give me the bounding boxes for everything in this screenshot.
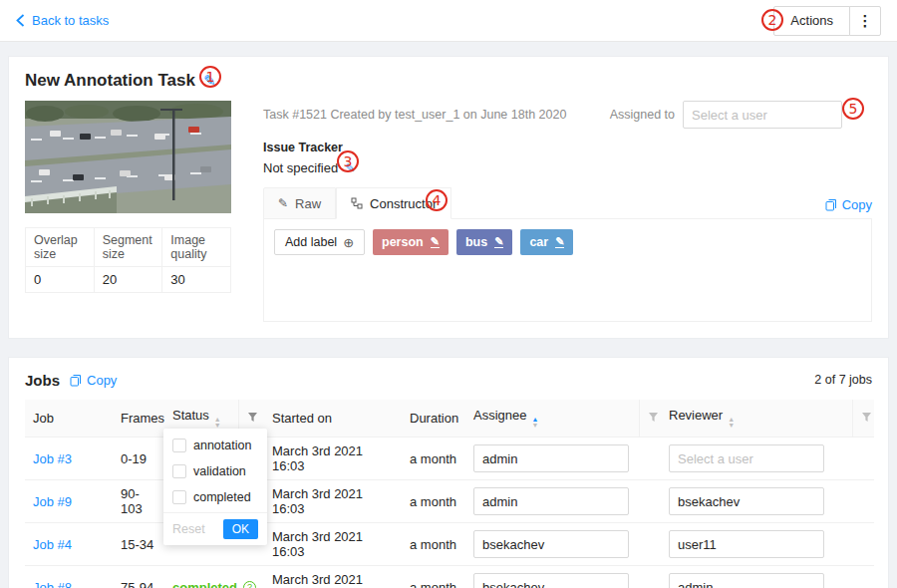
- sort-icon[interactable]: ▲▼: [531, 417, 538, 429]
- param-value-quality: 30: [162, 267, 231, 293]
- constructor-icon: [351, 197, 363, 209]
- filter-reset-button[interactable]: Reset: [172, 522, 205, 536]
- annotation-marker-4: 4: [426, 189, 448, 211]
- issue-tracker-value: Not specified: [263, 160, 338, 175]
- job-duration: a month: [402, 480, 465, 523]
- filter-option-annotation[interactable]: annotation: [163, 433, 267, 458]
- job-frames: 75-94: [113, 566, 164, 588]
- back-label: Back to tasks: [32, 13, 109, 28]
- status-help-icon[interactable]: ?: [243, 581, 256, 588]
- job-reviewer-select[interactable]: [669, 487, 824, 515]
- task-assignee-select[interactable]: [683, 101, 842, 129]
- task-meta-row: Task #1521 Created by test_user_1 on Jun…: [263, 101, 872, 129]
- edit-label-icon[interactable]: ✎: [494, 236, 503, 248]
- jobs-card: Jobs Copy 2 of 7 jobs Job Frames Status▲…: [8, 357, 889, 588]
- job-duration: a month: [402, 523, 465, 566]
- job-reviewer-select[interactable]: [669, 444, 824, 472]
- actions-button[interactable]: Actions: [773, 6, 850, 36]
- label-tag-person[interactable]: person ✎: [373, 229, 448, 255]
- copy-jobs-link[interactable]: Copy: [70, 373, 117, 388]
- tab-raw[interactable]: ✎ Raw: [263, 187, 336, 219]
- edit-label-icon[interactable]: ✎: [555, 236, 564, 248]
- back-chevron-icon: [16, 14, 25, 27]
- annotation-marker-1: 1: [199, 66, 221, 88]
- job-started: March 3rd 2021 16:03: [264, 523, 402, 566]
- assignee-header-label: Assignee: [473, 408, 526, 423]
- jobs-title: Jobs: [25, 372, 60, 389]
- copy-icon: [825, 198, 837, 211]
- job-link[interactable]: Job #9: [33, 494, 72, 509]
- job-reviewer-select[interactable]: [669, 530, 824, 558]
- task-title-row: New Annotation Task ✎: [25, 71, 872, 91]
- label-tag-bus[interactable]: bus ✎: [456, 229, 512, 255]
- task-detail-card: New Annotation Task ✎: [8, 56, 889, 339]
- reviewer-filter-icon[interactable]: [852, 400, 874, 438]
- filter-option-completed[interactable]: completed: [163, 484, 267, 510]
- task-meta-text: Task #1521 Created by test_user_1 on Jun…: [263, 108, 566, 122]
- checkbox-annotation[interactable]: [172, 439, 186, 452]
- add-label-button[interactable]: Add label ⊕: [274, 229, 365, 255]
- job-link[interactable]: Job #3: [33, 451, 72, 466]
- param-value-overlap: 0: [26, 267, 95, 293]
- plus-circle-icon: ⊕: [343, 235, 354, 250]
- filter-option-label: annotation: [193, 439, 251, 452]
- job-assignee-select[interactable]: [473, 573, 629, 588]
- job-frames: 90-103: [113, 480, 164, 523]
- edit-label-icon[interactable]: ✎: [431, 236, 440, 248]
- label-tag-car[interactable]: car ✎: [520, 229, 573, 255]
- assigned-to-label: Assigned to: [610, 108, 675, 122]
- job-frames: 0-19: [113, 438, 164, 480]
- checkbox-validation[interactable]: [172, 464, 186, 478]
- param-value-segment: 20: [94, 267, 162, 293]
- job-duration: a month: [402, 566, 465, 588]
- tab-raw-label: Raw: [295, 196, 321, 211]
- column-header-assignee[interactable]: Assignee▲▼: [465, 400, 639, 438]
- column-header-duration: Duration: [402, 400, 465, 438]
- task-title: New Annotation Task: [25, 71, 195, 91]
- label-tag-bus-name: bus: [465, 235, 487, 249]
- param-header-overlap: Overlap size: [26, 228, 95, 267]
- job-assignee-select[interactable]: [473, 530, 629, 558]
- labels-tabs: ✎ Raw Constructor: [263, 187, 451, 219]
- copy-icon: [70, 374, 82, 387]
- actions-group: Actions ⋮: [773, 6, 881, 36]
- job-link[interactable]: Job #4: [33, 537, 72, 552]
- job-status: completed?: [164, 566, 238, 588]
- filter-option-validation[interactable]: validation: [163, 458, 267, 484]
- job-frames: 15-34: [113, 523, 164, 566]
- job-duration: a month: [402, 438, 465, 480]
- reviewer-header-label: Reviewer: [669, 408, 723, 423]
- param-header-segment: Segment size: [94, 228, 162, 267]
- job-reviewer-select[interactable]: [669, 573, 824, 588]
- jobs-table: Job Frames Status▲▼ Started on Duration …: [25, 400, 874, 588]
- column-header-reviewer[interactable]: Reviewer▲▼: [661, 400, 852, 438]
- checkbox-completed[interactable]: [172, 490, 186, 504]
- task-body: Overlap size Segment size Image quality …: [25, 101, 872, 322]
- copy-labels-link[interactable]: Copy: [825, 197, 872, 212]
- kebab-icon: ⋮: [858, 12, 873, 29]
- job-row: Job #3 0-19 March 3rd 2021 16:03 a month: [25, 438, 874, 480]
- copy-label: Copy: [842, 197, 872, 212]
- job-assignee-select[interactable]: [473, 444, 629, 472]
- actions-menu-button[interactable]: ⋮: [849, 6, 881, 36]
- sort-icon[interactable]: ▲▼: [728, 417, 735, 429]
- sort-icon[interactable]: ▲▼: [214, 417, 221, 429]
- job-row: Job #4 15-34 March 3rd 2021 16:03 a mont…: [25, 523, 874, 566]
- label-tag-person-name: person: [382, 235, 424, 249]
- label-tag-car-name: car: [529, 235, 548, 249]
- labels-constructor-area: Add label ⊕ person ✎ bus ✎ car ✎: [263, 218, 872, 322]
- filter-ok-button[interactable]: OK: [223, 519, 258, 539]
- job-assignee-select[interactable]: [473, 487, 629, 515]
- annotation-marker-3: 3: [337, 150, 359, 172]
- filter-dropdown-footer: Reset OK: [163, 512, 267, 545]
- task-params-table: Overlap size Segment size Image quality …: [25, 227, 231, 293]
- assignee-filter-icon[interactable]: [639, 400, 661, 438]
- job-link[interactable]: Job #8: [33, 580, 72, 588]
- annotation-marker-2: 2: [761, 9, 783, 31]
- back-to-tasks-link[interactable]: Back to tasks: [16, 13, 109, 28]
- job-row: Job #8 75-94 completed? March 3rd 2021 1…: [25, 566, 874, 588]
- task-left-column: Overlap size Segment size Image quality …: [25, 101, 231, 322]
- column-header-frames: Frames: [113, 400, 164, 438]
- task-preview-image: [25, 101, 231, 213]
- job-started: March 3rd 2021 16:03: [264, 438, 402, 480]
